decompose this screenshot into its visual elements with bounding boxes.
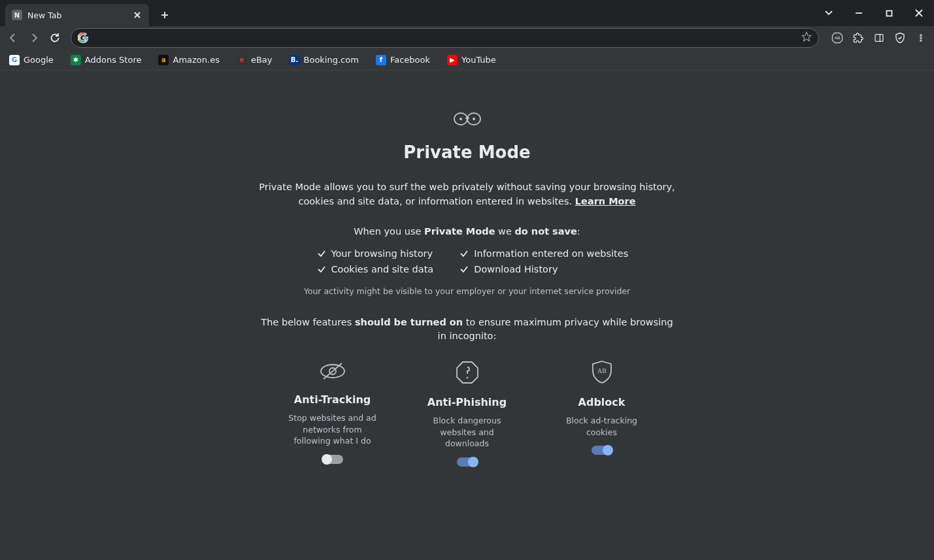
- bookmark-item[interactable]: aAmazon.es: [154, 52, 223, 68]
- bookmark-star-icon[interactable]: [801, 31, 812, 44]
- feature-icon: AB: [553, 359, 651, 388]
- check-icon: [459, 265, 469, 274]
- svg-point-18: [459, 118, 462, 120]
- disclaimer-text: Your activity might be visible to your e…: [258, 286, 676, 296]
- bookmark-item[interactable]: eeBay: [233, 52, 276, 68]
- close-tab-button[interactable]: [132, 10, 142, 20]
- address-bar[interactable]: [71, 28, 819, 48]
- side-panel-button[interactable]: [870, 29, 888, 47]
- check-item: Download History: [459, 264, 628, 274]
- svg-rect-5: [886, 10, 892, 16]
- bookmark-favicon: a: [158, 55, 169, 65]
- checklist: Your browsing historyInformation entered…: [317, 248, 618, 274]
- feature-card: ABAdblockBlock ad-tracking cookies: [553, 359, 651, 467]
- new-tab-button[interactable]: [156, 6, 174, 24]
- page-title: Private Mode: [258, 142, 676, 162]
- tab-favicon: N: [12, 10, 22, 20]
- bookmark-item[interactable]: ▶YouTube: [443, 52, 500, 68]
- feature-description: Block ad-tracking cookies: [553, 415, 651, 438]
- titlebar: N New Tab: [0, 0, 934, 26]
- check-icon: [317, 265, 326, 274]
- svg-point-15: [920, 40, 922, 41]
- bookmark-item[interactable]: fFacebook: [372, 52, 434, 68]
- bookmark-item[interactable]: B.Booking.com: [286, 52, 363, 68]
- bookmark-favicon: f: [376, 55, 386, 65]
- feature-icon: [418, 359, 516, 388]
- svg-rect-11: [875, 35, 883, 42]
- maximize-window-button[interactable]: [874, 3, 904, 24]
- feature-toggle[interactable]: [592, 446, 612, 455]
- page-description: Private Mode allows you to surf the web …: [258, 180, 676, 209]
- learn-more-link[interactable]: Learn More: [575, 196, 636, 206]
- shield-extension-icon[interactable]: [891, 29, 909, 47]
- adblock-extension-icon[interactable]: AB: [828, 29, 846, 47]
- check-item: Cookies and site data: [317, 264, 434, 274]
- svg-text:AB: AB: [835, 36, 841, 40]
- window-controls: [814, 0, 934, 26]
- bookmark-favicon: e: [237, 55, 247, 65]
- toolbar: AB: [0, 26, 934, 50]
- browser-tab[interactable]: N New Tab: [5, 4, 149, 26]
- page-content: Private Mode Private Mode allows you to …: [0, 71, 934, 560]
- svg-marker-8: [802, 32, 810, 41]
- forward-button[interactable]: [25, 29, 43, 47]
- search-engine-icon: [78, 33, 88, 43]
- feature-description: Block dangerous websites and downloads: [418, 415, 516, 450]
- feature-title: Anti-Tracking: [284, 393, 382, 406]
- svg-text:AB: AB: [597, 367, 607, 374]
- feature-card: Anti-TrackingStop websites and ad networ…: [284, 359, 382, 467]
- svg-point-24: [466, 377, 468, 379]
- check-item: Your browsing history: [317, 248, 434, 259]
- bookmark-favicon: ✱: [71, 55, 81, 65]
- bookmark-item[interactable]: GGoogle: [5, 52, 58, 68]
- bookmark-item[interactable]: ✱Addons Store: [67, 52, 146, 68]
- bookmark-label: Addons Store: [85, 55, 142, 65]
- extension-icons: AB: [828, 29, 930, 47]
- svg-point-13: [920, 35, 922, 36]
- bookmark-label: YouTube: [461, 55, 496, 65]
- bookmarks-bar: GGoogle✱Addons StoreaAmazon.eseeBayB.Boo…: [0, 50, 934, 71]
- do-not-save-line: When you use Private Mode we do not save…: [258, 226, 676, 237]
- feature-icon: [284, 359, 382, 386]
- svg-point-14: [920, 37, 922, 39]
- bookmark-label: Booking.com: [304, 55, 359, 65]
- feature-title: Anti-Phishing: [418, 396, 516, 408]
- extensions-button[interactable]: [849, 29, 867, 47]
- tab-title: New Tab: [27, 10, 127, 20]
- svg-point-19: [473, 118, 475, 120]
- feature-description: Stop websites and ad networks from follo…: [284, 412, 382, 447]
- feature-card: Anti-PhishingBlock dangerous websites an…: [418, 359, 516, 467]
- incognito-mask-icon: [258, 110, 676, 131]
- feature-row: Anti-TrackingStop websites and ad networ…: [258, 359, 676, 467]
- bookmark-label: Amazon.es: [173, 55, 219, 65]
- check-item: Information entered on websites: [459, 248, 628, 259]
- minimize-window-button[interactable]: [844, 3, 874, 24]
- bookmark-label: eBay: [251, 55, 273, 65]
- tab-strip: N New Tab: [0, 4, 174, 26]
- feature-title: Adblock: [553, 396, 651, 408]
- menu-button[interactable]: [912, 29, 930, 47]
- back-button[interactable]: [4, 29, 22, 47]
- bookmark-favicon: G: [9, 55, 20, 65]
- feature-toggle[interactable]: [322, 455, 343, 464]
- bookmark-favicon: ▶: [447, 55, 458, 65]
- search-tabs-button[interactable]: [814, 3, 844, 24]
- check-icon: [459, 249, 469, 258]
- close-window-button[interactable]: [904, 3, 934, 24]
- bookmark-label: Facebook: [390, 55, 430, 65]
- feature-toggle[interactable]: [457, 457, 478, 467]
- check-icon: [317, 249, 326, 258]
- bookmark-favicon: B.: [290, 55, 300, 65]
- bookmark-label: Google: [24, 55, 54, 65]
- address-input[interactable]: [95, 33, 801, 43]
- reload-button[interactable]: [46, 29, 64, 47]
- features-intro: The below features should be turned on t…: [258, 316, 676, 344]
